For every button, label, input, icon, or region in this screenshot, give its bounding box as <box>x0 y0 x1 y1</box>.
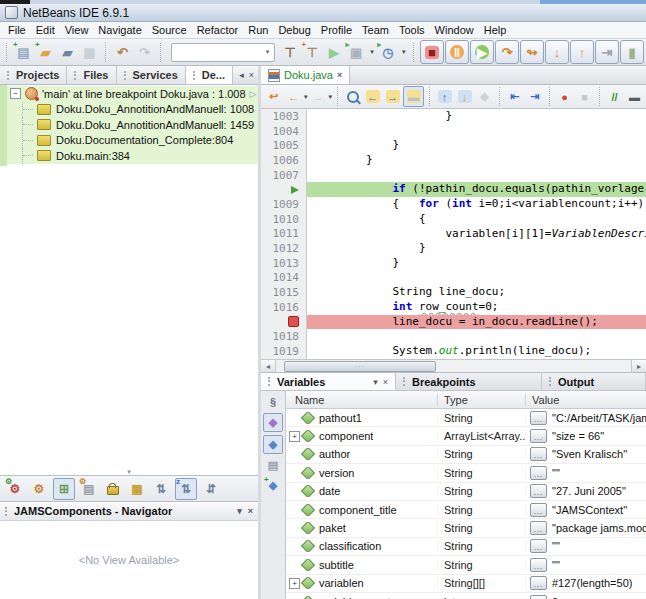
variables-view-settings-icon[interactable]: ▤ <box>264 457 282 474</box>
variable-row[interactable]: dateString..."27. Juni 2005" <box>286 483 646 501</box>
start-macro-recording-icon[interactable]: ● <box>555 87 574 106</box>
variable-row[interactable]: classificationString..."" <box>286 538 646 556</box>
menu-debug[interactable]: Debug <box>273 23 315 37</box>
scroll-right-icon[interactable]: ▸ <box>631 360 646 372</box>
shift-line-left-icon[interactable]: ⇤ <box>505 87 524 106</box>
code-line[interactable]: 1018 <box>261 329 646 344</box>
suspend-threads-icon[interactable]: ⚙ <box>29 479 49 499</box>
clean-build-icon[interactable]: ⊤+ <box>302 42 323 63</box>
code-line[interactable]: 1015 String line_docu; <box>261 285 646 300</box>
navigator-header[interactable]: JAMSComponents - Navigator ▾ × <box>0 501 258 520</box>
tab-variables[interactable]: Variables ▾ × <box>261 373 396 390</box>
sort-suspended-icon[interactable]: ⇅ <box>151 479 171 499</box>
variable-row[interactable]: component_titleString..."JAMSContext" <box>286 501 646 519</box>
finish-debugger-icon[interactable]: ■ <box>420 40 444 64</box>
expand-icon[interactable]: + <box>289 578 300 589</box>
code-line[interactable]: 1010 { <box>261 212 646 227</box>
horizontal-scrollbar[interactable]: ◂ ··· ▸ <box>261 359 646 372</box>
variable-row[interactable]: +variablenString[][]...#127(length=50) <box>286 575 646 593</box>
find-selection-icon[interactable] <box>343 87 362 106</box>
previous-bookmark-icon[interactable]: ↑ <box>435 87 454 106</box>
code-line[interactable]: 1013 } <box>261 256 646 271</box>
menu-help[interactable]: Help <box>479 23 512 37</box>
code-line[interactable]: 1011 variablen[i][1]=VariablenDescri <box>261 227 646 242</box>
value-editor-button[interactable]: ... <box>530 539 547 553</box>
minimize-icon[interactable]: ▾ <box>373 377 378 387</box>
back-icon[interactable]: ← <box>284 87 303 106</box>
new-watch-icon[interactable]: ◆+ <box>264 477 282 494</box>
find-previous-occurrence-icon[interactable]: ← <box>363 87 382 106</box>
code-line[interactable]: 1014 <box>261 271 646 286</box>
continue-icon[interactable]: ▶ <box>470 40 494 64</box>
step-over-icon[interactable]: ↷ <box>495 40 519 64</box>
scrollbar-thumb[interactable]: ··· <box>284 361 436 372</box>
step-out-icon[interactable]: ↑ <box>570 40 594 64</box>
code-line[interactable]: 1004 <box>261 124 646 139</box>
toggle-bookmark-icon[interactable]: ◆ <box>475 87 494 106</box>
code-line[interactable]: 1005 } <box>261 138 646 153</box>
show-evaluation-result-icon[interactable]: ◆ <box>263 435 283 454</box>
dropdown-caret-icon[interactable]: ▾ <box>262 48 274 56</box>
stack-frame-row[interactable]: Doku.main:384 <box>0 148 258 164</box>
find-next-occurrence-icon[interactable]: → <box>383 87 402 106</box>
menu-tools[interactable]: Tools <box>394 23 430 37</box>
stack-frame-row[interactable]: Doku.Doku_AnnotitionAndManuell: 1459 <box>0 117 258 133</box>
stop-macro-recording-icon[interactable]: ■ <box>575 87 594 106</box>
dropdown-caret-icon[interactable]: ▾ <box>329 93 333 101</box>
editor-tab-doku-java[interactable]: Doku.java × <box>261 66 350 84</box>
apply-code-changes-icon[interactable]: ▮ <box>620 40 644 64</box>
splitter-handle[interactable]: ▾ <box>0 468 258 475</box>
menu-window[interactable]: Window <box>430 23 479 37</box>
menu-source[interactable]: Source <box>147 23 192 37</box>
value-editor-button[interactable]: ... <box>530 447 547 461</box>
variable-row[interactable]: +componentArrayList<Array......"size = 6… <box>286 427 646 445</box>
show-thread-groups-icon[interactable]: ⊞ <box>53 478 75 500</box>
run-icon[interactable]: ▶ <box>324 42 345 63</box>
code-line[interactable]: 1007 <box>261 168 646 183</box>
value-editor-button[interactable]: ... <box>530 503 547 517</box>
tab-services[interactable]: Services <box>117 66 186 84</box>
value-editor-button[interactable]: ... <box>530 576 547 590</box>
sort-natural-icon[interactable]: ⇵ <box>201 479 221 499</box>
sort-alphabetic-icon[interactable]: ⇅z <box>175 478 197 500</box>
variable-row[interactable]: versionString..."" <box>286 464 646 482</box>
code-line[interactable]: 1019 System.out.println(line_docu); <box>261 344 646 359</box>
resume-threads-icon[interactable]: ⚙⚙ <box>5 479 25 499</box>
value-editor-button[interactable] <box>530 595 547 599</box>
tab-files[interactable]: Files <box>67 66 116 84</box>
variable-row[interactable]: pathout1String..."C:/Arbeit/TASK/jams.mo… <box>286 409 646 427</box>
profile-icon[interactable]: ◷▸ <box>377 42 398 63</box>
value-editor-button[interactable]: ... <box>530 558 547 572</box>
close-icon[interactable]: × <box>337 70 342 80</box>
column-header-name[interactable]: Name <box>286 394 438 406</box>
menu-profile[interactable]: Profile <box>316 23 357 37</box>
menu-navigate[interactable]: Navigate <box>93 23 146 37</box>
value-editor-button[interactable]: ... <box>530 521 547 535</box>
column-header-value[interactable]: Value <box>526 394 646 406</box>
tab-projects[interactable]: Projects <box>0 66 67 84</box>
pause-icon[interactable]: ‖ <box>445 40 469 64</box>
uncomment-icon[interactable]: ▬ <box>625 87 644 106</box>
configuration-combo[interactable]: ▾ <box>171 43 275 62</box>
tab-de[interactable]: De... <box>186 66 233 84</box>
debugging-tree[interactable]: −'main' at line breakpoint Doku.java : 1… <box>0 85 258 468</box>
code-line[interactable]: 1006 } <box>261 153 646 168</box>
variable-row[interactable]: paketString..."package jams.model" <box>286 519 646 537</box>
value-editor-button[interactable]: ... <box>530 429 547 443</box>
forward-icon[interactable]: → <box>309 87 328 106</box>
title-bar[interactable]: NetBeans IDE 6.9.1 <box>0 4 646 22</box>
collapse-icon[interactable]: − <box>10 88 21 99</box>
menu-view[interactable]: View <box>60 23 94 37</box>
step-into-icon[interactable]: ↓ <box>545 40 569 64</box>
code-line[interactable]: line_docu = in_docu.readLine(); <box>261 315 646 330</box>
dropdown-caret-icon[interactable]: ▾ <box>304 93 308 101</box>
next-bookmark-icon[interactable]: ↓ <box>455 87 474 106</box>
stack-frame-row[interactable]: Doku.Doku_AnnotitionAndManuell: 1008 <box>0 102 258 118</box>
expand-icon[interactable]: + <box>289 431 300 442</box>
last-edit-location-icon[interactable]: ↩ <box>264 87 283 106</box>
step-over-expression-icon[interactable]: ↬ <box>520 40 544 64</box>
code-line[interactable]: 1016 int row_count=0; <box>261 300 646 315</box>
scrollbar-track[interactable]: ··· <box>276 360 631 372</box>
value-editor-button[interactable]: ... <box>530 466 547 480</box>
menu-run[interactable]: Run <box>243 23 273 37</box>
